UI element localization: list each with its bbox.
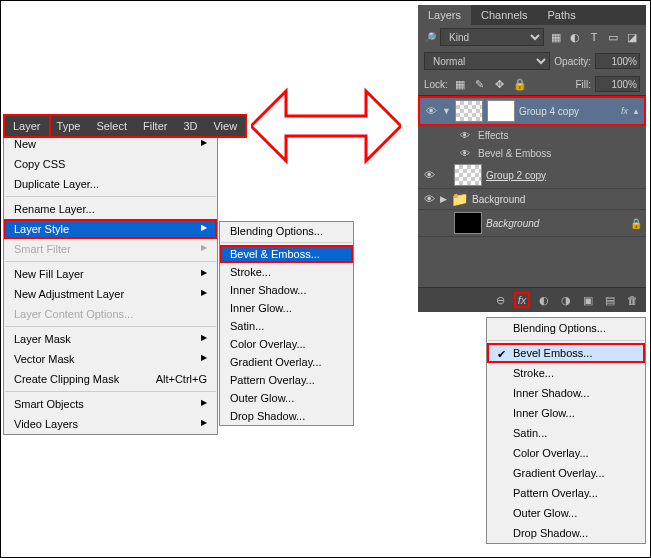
- filter-pixel-icon[interactable]: ▦: [548, 29, 564, 45]
- menu-select[interactable]: Select: [88, 116, 135, 136]
- fx-item-blending-options[interactable]: Blending Options...: [487, 318, 645, 338]
- visibility-eye-icon[interactable]: 👁: [458, 146, 472, 160]
- menu-item-duplicate-layer[interactable]: Duplicate Layer...: [4, 174, 217, 194]
- adjustment-layer-icon[interactable]: ◑: [558, 292, 574, 308]
- layer-row-background[interactable]: 👁 Background 🔒: [418, 210, 646, 237]
- menu-item-video-layers[interactable]: Video Layers▶: [4, 414, 217, 434]
- tab-channels[interactable]: Channels: [471, 5, 537, 25]
- submenu-item-inner-shadow[interactable]: Inner Shadow...: [220, 281, 353, 299]
- submenu-item-pattern-overlay[interactable]: Pattern Overlay...: [220, 371, 353, 389]
- expand-arrow-icon[interactable]: ▼: [442, 106, 451, 116]
- menu-layer[interactable]: Layer: [3, 114, 51, 138]
- menu-type[interactable]: Type: [49, 116, 89, 136]
- menu-item-new-fill-layer[interactable]: New Fill Layer▶: [4, 264, 217, 284]
- new-layer-icon[interactable]: ▤: [602, 292, 618, 308]
- effects-label: Effects: [478, 130, 508, 141]
- menu-separator: [5, 261, 216, 262]
- layer-effect-bevel-emboss[interactable]: 👁 Bevel & Emboss: [418, 144, 646, 162]
- fill-input[interactable]: [595, 76, 640, 92]
- fx-item-outer-glow[interactable]: Outer Glow...: [487, 503, 645, 523]
- layer-filter-kind[interactable]: Kind: [440, 28, 544, 46]
- delete-layer-icon[interactable]: 🗑: [624, 292, 640, 308]
- filter-adjustment-icon[interactable]: ◐: [567, 29, 583, 45]
- folder-icon: 📁: [451, 191, 468, 207]
- layer-row-group2copy[interactable]: 👁 Group 2 copy: [418, 162, 646, 189]
- menu-item-copy-css[interactable]: Copy CSS: [4, 154, 217, 174]
- fx-item-stroke[interactable]: Stroke...: [487, 363, 645, 383]
- fx-item-inner-shadow[interactable]: Inner Shadow...: [487, 383, 645, 403]
- filter-smartobject-icon[interactable]: ◪: [624, 29, 640, 45]
- submenu-arrow-icon: ▶: [201, 418, 207, 430]
- menu-item-new-adjustment-layer[interactable]: New Adjustment Layer▶: [4, 284, 217, 304]
- menu-filter[interactable]: Filter: [135, 116, 175, 136]
- expand-arrow-icon[interactable]: ▶: [440, 194, 447, 204]
- fx-button[interactable]: fx: [514, 292, 530, 308]
- fx-item-inner-glow[interactable]: Inner Glow...: [487, 403, 645, 423]
- menu-item-layer-content-options: Layer Content Options...: [4, 304, 217, 324]
- layer-mask-thumbnail[interactable]: [487, 100, 515, 122]
- tab-layers[interactable]: Layers: [418, 5, 471, 25]
- lock-position-icon[interactable]: ✥: [492, 76, 508, 92]
- menu-separator: [221, 242, 352, 243]
- lock-all-icon[interactable]: 🔒: [512, 76, 528, 92]
- layers-panel-footer: ⊖ fx ◐ ◑ ▣ ▤ 🗑: [418, 287, 646, 312]
- fx-item-color-overlay[interactable]: Color Overlay...: [487, 443, 645, 463]
- lock-image-icon[interactable]: ✎: [472, 76, 488, 92]
- submenu-item-inner-glow[interactable]: Inner Glow...: [220, 299, 353, 317]
- menu-3d[interactable]: 3D: [175, 116, 205, 136]
- submenu-item-satin[interactable]: Satin...: [220, 317, 353, 335]
- menu-item-vector-mask[interactable]: Vector Mask▶: [4, 349, 217, 369]
- submenu-item-outer-glow[interactable]: Outer Glow...: [220, 389, 353, 407]
- layers-panel: Layers Channels Paths 🔎 Kind ▦ ◐ T ▭ ◪ N…: [418, 5, 646, 312]
- filter-type-icon[interactable]: T: [586, 29, 602, 45]
- visibility-eye-icon[interactable]: 👁: [422, 192, 436, 206]
- layer-name[interactable]: Background: [472, 194, 525, 205]
- layer-thumbnail[interactable]: [454, 164, 482, 186]
- lock-transparency-icon[interactable]: ▦: [452, 76, 468, 92]
- submenu-item-blending-options[interactable]: Blending Options...: [220, 222, 353, 240]
- menu-item-create-clipping-mask[interactable]: Create Clipping MaskAlt+Ctrl+G: [4, 369, 217, 389]
- blend-mode-select[interactable]: Normal: [424, 52, 550, 70]
- submenu-item-bevel-emboss[interactable]: Bevel & Emboss...: [220, 245, 353, 263]
- submenu-item-drop-shadow[interactable]: Drop Shadow...: [220, 407, 353, 425]
- fill-label: Fill:: [575, 79, 591, 90]
- fx-item-pattern-overlay[interactable]: Pattern Overlay...: [487, 483, 645, 503]
- fx-item-satin[interactable]: Satin...: [487, 423, 645, 443]
- menu-item-rename-layer[interactable]: Rename Layer...: [4, 199, 217, 219]
- double-arrow-icon: [251, 81, 401, 171]
- filter-shape-icon[interactable]: ▭: [605, 29, 621, 45]
- layer-name[interactable]: Group 2 copy: [486, 170, 546, 181]
- menu-item-layer-mask[interactable]: Layer Mask▶: [4, 329, 217, 349]
- opacity-label: Opacity:: [554, 56, 591, 67]
- tab-paths[interactable]: Paths: [538, 5, 586, 25]
- submenu-item-stroke[interactable]: Stroke...: [220, 263, 353, 281]
- menu-separator: [488, 340, 644, 341]
- fx-item-drop-shadow[interactable]: Drop Shadow...: [487, 523, 645, 543]
- opacity-input[interactable]: [595, 53, 640, 69]
- visibility-eye-icon[interactable]: 👁: [458, 128, 472, 142]
- menu-separator: [5, 391, 216, 392]
- submenu-arrow-icon: ▶: [201, 243, 207, 255]
- menu-item-layer-style[interactable]: Layer Style▶: [4, 219, 217, 239]
- visibility-eye-icon[interactable]: 👁: [424, 104, 438, 118]
- layer-name[interactable]: Background: [486, 218, 539, 229]
- menu-item-smart-objects[interactable]: Smart Objects▶: [4, 394, 217, 414]
- submenu-item-color-overlay[interactable]: Color Overlay...: [220, 335, 353, 353]
- layer-thumbnail[interactable]: [455, 100, 483, 122]
- fx-item-gradient-overlay[interactable]: Gradient Overlay...: [487, 463, 645, 483]
- layer-name[interactable]: Group 4 copy: [519, 106, 579, 117]
- fx-collapse-icon[interactable]: ▲: [632, 107, 640, 116]
- layer-effects-row[interactable]: 👁 Effects: [418, 126, 646, 144]
- layer-row-group4copy[interactable]: 👁 ▼ Group 4 copy fx ▲: [418, 96, 646, 126]
- link-layers-icon[interactable]: ⊖: [492, 292, 508, 308]
- layer-row-background-folder[interactable]: 👁 ▶ 📁 Background: [418, 189, 646, 210]
- add-mask-icon[interactable]: ◐: [536, 292, 552, 308]
- layer-thumbnail[interactable]: [454, 212, 482, 234]
- submenu-item-gradient-overlay[interactable]: Gradient Overlay...: [220, 353, 353, 371]
- fx-badge[interactable]: fx: [621, 106, 628, 116]
- fx-item-bevel-emboss[interactable]: ✔Bevel Emboss...: [487, 343, 645, 363]
- visibility-eye-icon[interactable]: 👁: [422, 168, 436, 182]
- menu-view[interactable]: View: [205, 116, 245, 136]
- new-group-icon[interactable]: ▣: [580, 292, 596, 308]
- layer-dropdown-menu: New▶ Copy CSS Duplicate Layer... Rename …: [3, 133, 218, 435]
